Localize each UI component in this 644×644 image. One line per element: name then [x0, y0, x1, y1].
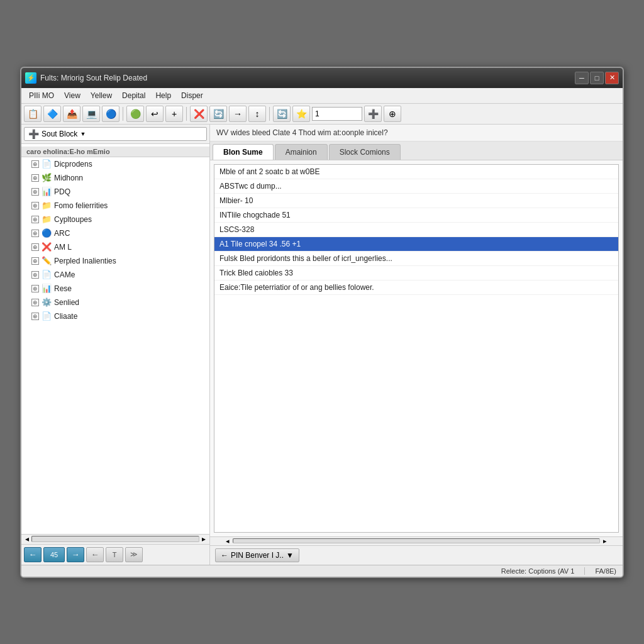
tree-expander[interactable]: ⊕	[31, 216, 39, 223]
tree-expander[interactable]: ⊕	[31, 271, 39, 279]
tree-item-label: Midhonn	[54, 174, 83, 182]
tree-expander[interactable]: ⊕	[31, 230, 39, 237]
tree-item-senlied[interactable]: ⊕ ⚙️ Senlied	[21, 296, 209, 309]
tree-item-label: ARC	[54, 229, 70, 238]
nav-forward-btn[interactable]: →	[67, 547, 84, 562]
toolbar-number-input[interactable]	[312, 107, 362, 121]
toolbar-btn-updown[interactable]: ↕	[248, 106, 266, 122]
tree-item-perpled[interactable]: ⊕ ✏️ Perpled Inalienties	[21, 254, 209, 268]
tree-item-cliaate[interactable]: ⊕ 📄 Cliaate	[21, 309, 209, 323]
tree-item-cypltoupes[interactable]: ⊕ 📁 Cypltoupes	[21, 213, 209, 226]
minimize-button[interactable]: ─	[575, 72, 589, 84]
toolbar-btn-go[interactable]: 🟢	[126, 106, 144, 122]
tab-slock[interactable]: Slock Comions	[329, 144, 401, 160]
close-button[interactable]: ✕	[605, 72, 619, 84]
nav-fast-btn[interactable]: ≫	[125, 547, 143, 562]
scroll-right-btn[interactable]: ▸	[199, 535, 208, 543]
tree-item-label: Fomo felierrities	[54, 201, 108, 210]
toolbar-btn-cancel[interactable]: ❌	[190, 106, 208, 122]
hscroll-track[interactable]	[233, 538, 600, 543]
tree-item-icon: 🔵	[42, 228, 52, 238]
sidebar-tree: caro eholina:E-ho mEmio ⊕ 📄 Dicprodens ⊕…	[21, 144, 209, 534]
toolbar-btn-plus[interactable]: ➕	[364, 106, 382, 122]
tree-item-dicprodens[interactable]: ⊕ 📄 Dicprodens	[21, 157, 209, 171]
nav-tree-btn[interactable]: T	[106, 547, 123, 562]
toolbar-btn-2[interactable]: 🔷	[43, 106, 61, 122]
toolbar-btn-arrow[interactable]: 🔄	[209, 106, 227, 122]
nav-back2-btn[interactable]: ←	[86, 547, 104, 562]
list-item-9[interactable]: Eaice:Tile peterriatior of or ang bellie…	[214, 280, 618, 295]
scroll-left-btn[interactable]: ◂	[23, 535, 31, 543]
tree-item-icon: 📄	[42, 159, 52, 169]
sidebar-dropdown[interactable]: ➕ Sout Block ▼	[24, 127, 207, 141]
toolbar-btn-copy[interactable]: 📋	[24, 106, 42, 122]
tree-item-label: CAMe	[54, 270, 75, 279]
tree-item-midhonn[interactable]: ⊕ 🌿 Midhonn	[21, 171, 209, 185]
menu-item-depital[interactable]: Depital	[117, 89, 150, 102]
nav-back-btn[interactable]: ←	[24, 547, 42, 562]
toolbar-btn-star[interactable]: ⭐	[292, 106, 310, 122]
menu-item-piiimo[interactable]: PIIi MO	[24, 89, 59, 102]
pin-button[interactable]: ← PIN Benver I J.. ▼	[215, 548, 299, 562]
nav-number-btn[interactable]: 45	[43, 547, 65, 562]
tree-item-came[interactable]: ⊕ 📄 CAMe	[21, 268, 209, 282]
tree-expander[interactable]: ⊕	[31, 313, 39, 320]
tree-item-icon: 📊	[42, 284, 52, 294]
menu-item-disper[interactable]: Disper	[176, 89, 208, 102]
sidebar-dropdown-label: Sout Block	[42, 130, 77, 138]
list-item-3[interactable]: Mlbier- 10	[214, 194, 618, 208]
tree-group-label: caro eholina:E-ho mEmio	[21, 147, 209, 157]
sidebar-horizontal-scrollbar[interactable]: ◂ ▸	[21, 534, 209, 544]
tree-item-fomo[interactable]: ⊕ 📁 Fomo felierrities	[21, 199, 209, 213]
scrollbar-track[interactable]	[31, 536, 199, 542]
toolbar-separator-3	[269, 107, 270, 121]
tree-item-icon: 📊	[42, 187, 52, 197]
toolbar-btn-5[interactable]: 🔵	[102, 106, 119, 122]
toolbar-separator-2	[186, 107, 187, 121]
list-item-8[interactable]: Trick Bled caiobles 33	[214, 266, 618, 280]
tree-expander[interactable]: ⊕	[31, 257, 39, 265]
list-item-2[interactable]: ABSTwc d dump...	[214, 179, 618, 194]
tree-expander[interactable]: ⊕	[31, 243, 39, 251]
tab-amainion[interactable]: Amainion	[275, 144, 328, 160]
list-item-4[interactable]: INTlile chogchade 51	[214, 208, 618, 223]
tree-expander[interactable]: ⊕	[31, 174, 39, 182]
toolbar-btn-refresh[interactable]: 🔄	[273, 106, 291, 122]
menu-item-view[interactable]: View	[59, 89, 86, 102]
main-horizontal-scrollbar[interactable]: ◂ ▸	[210, 536, 623, 545]
toolbar-btn-4[interactable]: 💻	[82, 106, 100, 122]
toolbar-btn-undo[interactable]: ↩	[146, 106, 164, 122]
toolbar-btn-3[interactable]: 📤	[63, 106, 80, 122]
list-item-5[interactable]: LSCS-328	[214, 223, 618, 237]
tree-expander[interactable]: ⊕	[31, 160, 39, 168]
menubar: PIIi MOViewYellewDepitalHelpDisper	[21, 88, 623, 104]
toolbar-btn-add[interactable]: +	[165, 106, 183, 122]
status-separator	[584, 567, 585, 575]
tab-blon-sume[interactable]: Blon Sume	[213, 144, 274, 160]
main-window: ⚡ Fults: Mriorig Sout Relip Deated ─ □ ✕…	[20, 67, 624, 578]
window-title: Fults: Mriorig Sout Relip Deated	[40, 74, 147, 82]
tree-expander[interactable]: ⊕	[31, 188, 39, 196]
tree-expander[interactable]: ⊕	[31, 285, 39, 292]
menu-item-help[interactable]: Help	[150, 89, 176, 102]
tree-item-rese[interactable]: ⊕ 📊 Rese	[21, 282, 209, 296]
tree-expander[interactable]: ⊕	[31, 202, 39, 209]
tree-item-label: Rese	[54, 284, 72, 293]
breadcrumb: WV wides bleed Clate 4 Thod wim at:oonpl…	[210, 125, 623, 142]
menu-item-yellew[interactable]: Yellew	[86, 89, 117, 102]
toolbar-separator-1	[123, 107, 123, 121]
tree-item-pdq[interactable]: ⊕ 📊 PDQ	[21, 185, 209, 199]
toolbar-btn-circle-plus[interactable]: ⊕	[384, 106, 401, 122]
tree-expander[interactable]: ⊕	[31, 299, 39, 306]
list-item-1[interactable]: Mble of ant 2 soatc b at w0BE	[214, 165, 618, 179]
hscroll-left-btn[interactable]: ◂	[223, 537, 233, 545]
list-item-6[interactable]: A1 Tile cnopel 34 .56 +1	[214, 237, 618, 252]
list-item-7[interactable]: Fulsk Bled proridonts this a beller of i…	[214, 252, 618, 266]
tree-item-arc[interactable]: ⊕ 🔵 ARC	[21, 226, 209, 240]
toolbar-btn-next[interactable]: →	[229, 106, 247, 122]
tree-item-icon: 🌿	[42, 173, 52, 183]
maximize-button[interactable]: □	[590, 72, 604, 84]
tree-item-aml[interactable]: ⊕ ❌ AM L	[21, 240, 209, 254]
pin-label: PIN Benver I J..	[231, 551, 284, 560]
hscroll-right-btn[interactable]: ▸	[600, 537, 610, 545]
